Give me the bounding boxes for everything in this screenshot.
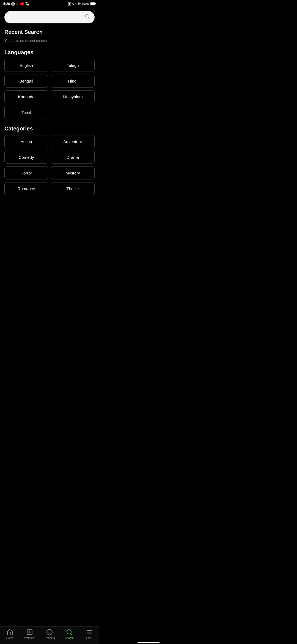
language-kannada[interactable]: Kannada bbox=[4, 90, 48, 103]
language-english[interactable]: English bbox=[4, 59, 48, 72]
search-cursor bbox=[9, 15, 9, 20]
categories-row-4: Romance Thriller bbox=[4, 182, 95, 195]
status-bar: 5:26 ✓ 100% bbox=[0, 0, 99, 8]
battery-icon bbox=[90, 2, 96, 6]
recent-search-title: Recent Search bbox=[4, 29, 95, 35]
nfc-icon bbox=[68, 2, 72, 6]
wifi-icon bbox=[77, 2, 81, 6]
search-bar-container bbox=[4, 11, 95, 23]
language-tamil[interactable]: Tamil bbox=[4, 106, 48, 119]
category-mystery[interactable]: Mystery bbox=[51, 167, 95, 179]
languages-row-3: Kannada Malayalam bbox=[4, 90, 95, 103]
status-time: 5:26 ✓ bbox=[3, 2, 29, 6]
category-romance[interactable]: Romance bbox=[4, 182, 48, 195]
search-icon bbox=[85, 14, 90, 21]
categories-row-2: Comedy Drama bbox=[4, 151, 95, 164]
languages-grid: English Telugu Bengali Hindi Kannada Mal… bbox=[4, 59, 95, 119]
language-malayalam[interactable]: Malayalam bbox=[51, 90, 95, 103]
languages-title: Languages bbox=[4, 49, 95, 56]
time-display: 5:26 bbox=[3, 2, 10, 6]
languages-row-2: Bengali Hindi bbox=[4, 75, 95, 88]
category-drama[interactable]: Drama bbox=[51, 151, 95, 164]
svg-rect-12 bbox=[95, 3, 96, 5]
svg-point-13 bbox=[86, 15, 89, 18]
languages-row-4: Tamil bbox=[4, 106, 95, 119]
svg-marker-6 bbox=[73, 3, 74, 5]
mute-icon bbox=[72, 2, 76, 6]
notification-off-icon bbox=[25, 2, 29, 6]
categories-row-1: Action Adventure bbox=[4, 135, 95, 148]
language-hindi[interactable]: Hindi bbox=[51, 75, 95, 88]
empty-cell bbox=[51, 106, 95, 119]
svg-rect-11 bbox=[91, 3, 95, 5]
battery-text: 100% bbox=[82, 2, 89, 6]
language-bengali[interactable]: Bengali bbox=[4, 75, 48, 88]
category-thriller[interactable]: Thriller bbox=[51, 182, 95, 195]
languages-row-1: English Telugu bbox=[4, 59, 95, 72]
categories-grid: Action Adventure Comedy Drama Horror Mys… bbox=[4, 135, 95, 195]
main-content: Recent Search You have no recent search … bbox=[0, 8, 99, 224]
categories-section: Categories Action Adventure Comedy Drama… bbox=[4, 125, 95, 195]
recent-search-section: Recent Search You have no recent search bbox=[4, 29, 95, 43]
no-recent-text: You have no recent search bbox=[4, 39, 95, 43]
globe-icon bbox=[11, 2, 15, 6]
categories-row-3: Horror Mystery bbox=[4, 167, 95, 179]
status-right-icons: 100% bbox=[68, 2, 96, 6]
svg-line-4 bbox=[26, 2, 29, 6]
categories-title: Categories bbox=[4, 125, 95, 132]
category-adventure[interactable]: Adventure bbox=[51, 135, 95, 148]
languages-section: Languages English Telugu Bengali Hindi K… bbox=[4, 49, 95, 119]
checkmark-icon: ✓ bbox=[16, 2, 19, 6]
search-bar[interactable] bbox=[4, 11, 95, 23]
category-comedy[interactable]: Comedy bbox=[4, 151, 48, 164]
category-horror[interactable]: Horror bbox=[4, 167, 48, 179]
youtube-icon bbox=[20, 2, 24, 5]
svg-line-14 bbox=[89, 18, 90, 19]
language-telugu[interactable]: Telugu bbox=[51, 59, 95, 72]
category-action[interactable]: Action bbox=[4, 135, 48, 148]
